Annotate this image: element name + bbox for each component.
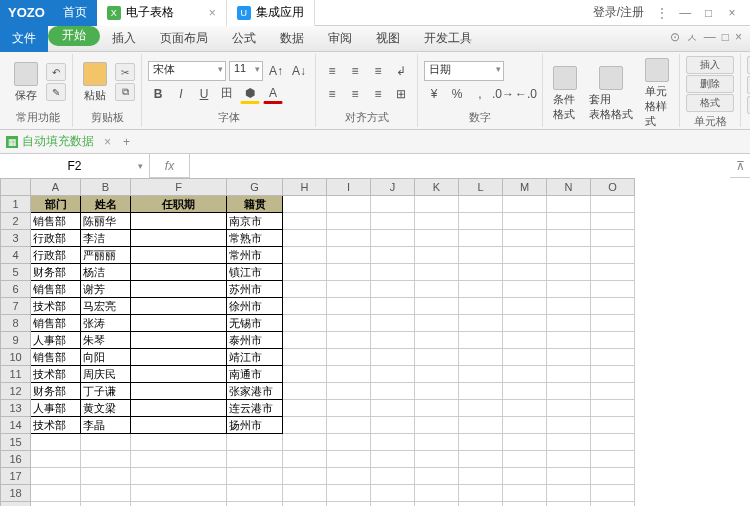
- cell[interactable]: [547, 400, 591, 417]
- col-header[interactable]: L: [459, 179, 503, 196]
- cell[interactable]: [283, 213, 327, 230]
- cell[interactable]: [31, 434, 81, 451]
- border-icon[interactable]: 田: [217, 84, 237, 104]
- cell[interactable]: [547, 247, 591, 264]
- cell[interactable]: [283, 468, 327, 485]
- data-cell[interactable]: 镇江市: [227, 264, 283, 281]
- cell[interactable]: [371, 213, 415, 230]
- cell[interactable]: [459, 281, 503, 298]
- cell[interactable]: [283, 264, 327, 281]
- cell[interactable]: [327, 417, 371, 434]
- save-button[interactable]: 保存: [10, 60, 42, 105]
- numfmt-select[interactable]: 日期: [424, 61, 504, 81]
- cell-style-button[interactable]: 单元格样式: [641, 56, 673, 131]
- table-header-cell[interactable]: 部门: [31, 196, 81, 213]
- menu-tab-2[interactable]: 页面布局: [148, 26, 220, 52]
- cell[interactable]: [371, 417, 415, 434]
- cell[interactable]: [371, 332, 415, 349]
- cell[interactable]: [371, 400, 415, 417]
- font-color-icon[interactable]: A: [263, 84, 283, 104]
- cell[interactable]: [503, 264, 547, 281]
- cell[interactable]: [547, 213, 591, 230]
- menu-tab-5[interactable]: 审阅: [316, 26, 364, 52]
- cell[interactable]: [415, 502, 459, 507]
- cell[interactable]: [131, 434, 227, 451]
- cell[interactable]: [327, 349, 371, 366]
- row-header[interactable]: 8: [1, 315, 31, 332]
- cell[interactable]: [591, 400, 635, 417]
- cell[interactable]: [371, 366, 415, 383]
- cell[interactable]: [459, 417, 503, 434]
- cell[interactable]: [591, 485, 635, 502]
- cell[interactable]: [327, 230, 371, 247]
- cell[interactable]: [415, 485, 459, 502]
- data-cell[interactable]: 泰州市: [227, 332, 283, 349]
- cell[interactable]: [283, 332, 327, 349]
- data-cell[interactable]: 常州市: [227, 247, 283, 264]
- cell[interactable]: [547, 281, 591, 298]
- row-header[interactable]: 12: [1, 383, 31, 400]
- cell[interactable]: [503, 196, 547, 213]
- data-cell[interactable]: 人事部: [31, 400, 81, 417]
- data-cell[interactable]: 向阳: [81, 349, 131, 366]
- col-header[interactable]: J: [371, 179, 415, 196]
- cell[interactable]: [591, 332, 635, 349]
- cell[interactable]: [327, 213, 371, 230]
- data-cell[interactable]: 谢芳: [81, 281, 131, 298]
- cell[interactable]: [31, 502, 81, 507]
- col-header[interactable]: O: [591, 179, 635, 196]
- cell[interactable]: [459, 213, 503, 230]
- data-cell[interactable]: [131, 417, 227, 434]
- close-sheet-icon[interactable]: ×: [104, 135, 111, 149]
- maximize-icon[interactable]: □: [699, 6, 719, 20]
- data-cell[interactable]: 靖江市: [227, 349, 283, 366]
- data-cell[interactable]: 常熟市: [227, 230, 283, 247]
- row-header[interactable]: 14: [1, 417, 31, 434]
- cell[interactable]: [371, 468, 415, 485]
- cell[interactable]: [547, 417, 591, 434]
- dec-decimal-icon[interactable]: ←.0: [516, 84, 536, 104]
- bold-button[interactable]: B: [148, 84, 168, 104]
- cell[interactable]: [503, 332, 547, 349]
- data-cell[interactable]: 财务部: [31, 264, 81, 281]
- cell[interactable]: [283, 485, 327, 502]
- cell[interactable]: [283, 298, 327, 315]
- cell[interactable]: [371, 247, 415, 264]
- sheet-tab[interactable]: ▦ 自动填充数据 ×: [6, 133, 111, 150]
- cell[interactable]: [327, 264, 371, 281]
- cell[interactable]: [503, 417, 547, 434]
- file-menu[interactable]: 文件: [0, 26, 48, 52]
- data-cell[interactable]: 南通市: [227, 366, 283, 383]
- col-header[interactable]: N: [547, 179, 591, 196]
- col-header[interactable]: F: [131, 179, 227, 196]
- currency-icon[interactable]: ¥: [424, 84, 444, 104]
- cell[interactable]: [547, 298, 591, 315]
- name-box[interactable]: F2: [0, 154, 150, 178]
- row-header[interactable]: 5: [1, 264, 31, 281]
- grow-font-icon[interactable]: A↑: [266, 61, 286, 81]
- cell[interactable]: [31, 451, 81, 468]
- cell[interactable]: [591, 417, 635, 434]
- cell[interactable]: [327, 281, 371, 298]
- cell[interactable]: [327, 247, 371, 264]
- cond-format-button[interactable]: 条件格式: [549, 64, 581, 124]
- cell[interactable]: [371, 502, 415, 507]
- cell[interactable]: [415, 400, 459, 417]
- data-cell[interactable]: [131, 264, 227, 281]
- cell[interactable]: [371, 281, 415, 298]
- cell[interactable]: [591, 230, 635, 247]
- paste-button[interactable]: 粘贴: [79, 60, 111, 105]
- cell[interactable]: [283, 383, 327, 400]
- cell[interactable]: [547, 485, 591, 502]
- table-header-cell[interactable]: 籍贯: [227, 196, 283, 213]
- cell[interactable]: [283, 196, 327, 213]
- cell[interactable]: [547, 366, 591, 383]
- cell[interactable]: [81, 485, 131, 502]
- col-header[interactable]: M: [503, 179, 547, 196]
- align-mid-icon[interactable]: ≡: [345, 61, 365, 81]
- cell[interactable]: [327, 451, 371, 468]
- cell[interactable]: [591, 247, 635, 264]
- cell[interactable]: [503, 434, 547, 451]
- formula-input[interactable]: [190, 154, 730, 178]
- cell[interactable]: [503, 247, 547, 264]
